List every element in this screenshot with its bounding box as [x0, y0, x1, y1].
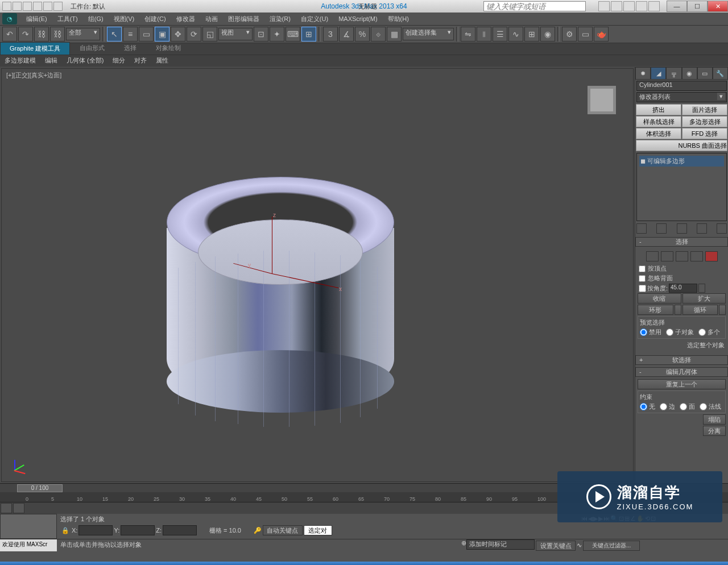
qa-redo-icon[interactable]: [43, 2, 52, 11]
render-icon[interactable]: 🫖: [594, 27, 609, 41]
menu-group[interactable]: 组(G): [84, 14, 108, 24]
ribbon-sub-edit[interactable]: 编辑: [40, 55, 62, 66]
remove-modifier-icon[interactable]: [697, 223, 707, 234]
select-object-icon[interactable]: ↖: [107, 27, 122, 41]
utilities-tab-icon[interactable]: 🔧: [713, 67, 728, 80]
qa-more-icon[interactable]: [53, 2, 63, 11]
mini-listener[interactable]: [0, 514, 57, 539]
menu-help[interactable]: 帮助(H): [383, 14, 413, 24]
add-time-tag-label[interactable]: 添加时间标记: [466, 539, 535, 550]
make-unique-icon[interactable]: [677, 223, 687, 234]
key-filter-icon[interactable]: ∿: [577, 542, 582, 549]
schematic-view-icon[interactable]: ⊞: [524, 27, 539, 41]
add-time-tag-icon[interactable]: ⊕: [461, 539, 466, 551]
menu-modifiers[interactable]: 修改器: [172, 14, 200, 24]
snap-toggle-icon[interactable]: ⊞: [301, 27, 316, 41]
edge-level-icon[interactable]: [661, 251, 673, 261]
material-editor-icon[interactable]: ◉: [540, 27, 555, 41]
ribbon-sub-subdivision[interactable]: 细分: [108, 55, 130, 66]
create-tab-icon[interactable]: ✹: [635, 67, 651, 80]
menu-animation[interactable]: 动画: [201, 14, 222, 24]
coord-z-field[interactable]: [163, 525, 197, 535]
coord-y-field[interactable]: [121, 525, 155, 535]
track-filter-icon[interactable]: [1, 503, 12, 513]
select-scale-icon[interactable]: ◱: [202, 27, 217, 41]
ffd-select-button[interactable]: FFD 选择: [682, 128, 727, 139]
angle-snap-icon[interactable]: ∡: [339, 27, 354, 41]
element-level-icon[interactable]: [705, 251, 718, 261]
grow-button[interactable]: 扩大: [682, 293, 726, 304]
spinner-snap-icon[interactable]: ⟐: [371, 27, 386, 41]
nurbs-select-button[interactable]: NURBS 曲面选择: [636, 140, 727, 151]
ribbon-tab-selection[interactable]: 选择: [114, 41, 146, 55]
maximize-button[interactable]: ☐: [687, 1, 708, 12]
subscription-icon[interactable]: [611, 1, 622, 11]
ribbon-sub-geometry[interactable]: 几何体 (全部): [62, 55, 108, 66]
angle-spinner[interactable]: 45.0: [669, 284, 697, 293]
percent-snap-icon[interactable]: %: [355, 27, 370, 41]
shrink-button[interactable]: 收缩: [638, 293, 681, 304]
ribbon-tab-graphite[interactable]: Graphite 建模工具: [0, 42, 70, 55]
collapse-button[interactable]: 塌陷: [703, 414, 726, 425]
ribbon-sub-align[interactable]: 对齐: [130, 55, 151, 66]
pin-stack-icon[interactable]: [636, 223, 647, 234]
by-vertex-checkbox[interactable]: [639, 265, 646, 272]
poly-select-button[interactable]: 多边形选择: [682, 116, 727, 127]
ignore-backfacing-checkbox[interactable]: [639, 275, 646, 282]
select-rotate-icon[interactable]: ⟳: [187, 27, 201, 41]
keyboard-shortcut-icon[interactable]: ⌨: [286, 27, 300, 41]
preview-subobj-radio[interactable]: [666, 329, 673, 336]
menu-rendering[interactable]: 渲染(R): [265, 14, 295, 24]
align-icon[interactable]: ⫴: [477, 27, 491, 41]
cylinder-object[interactable]: [161, 177, 400, 410]
mirror-icon[interactable]: ⇋: [461, 27, 475, 41]
ring-spin-icon[interactable]: [675, 305, 681, 315]
close-button[interactable]: ✕: [708, 1, 728, 12]
constraint-edge-radio[interactable]: [660, 403, 667, 410]
unlink-icon[interactable]: ⛓: [50, 27, 65, 41]
selection-rollout-header[interactable]: - 选择: [635, 237, 728, 247]
key-filters-button[interactable]: 关键点过滤器...: [583, 541, 640, 551]
key-icon[interactable]: 🔑: [254, 527, 262, 534]
menu-graph-editors[interactable]: 图形编辑器: [224, 14, 264, 24]
vertex-level-icon[interactable]: [646, 251, 659, 261]
minimize-button[interactable]: —: [667, 1, 687, 12]
ribbon-tab-freeform[interactable]: 自由形式: [70, 41, 114, 55]
render-frame-icon[interactable]: ▭: [578, 27, 593, 41]
set-key-button[interactable]: 设置关键点: [536, 541, 576, 551]
curve-editor-icon[interactable]: ∿: [508, 27, 523, 41]
loop-button[interactable]: 循环: [682, 305, 718, 315]
qa-undo-icon[interactable]: [33, 2, 42, 11]
manipulate-icon[interactable]: ✦: [270, 27, 284, 41]
border-level-icon[interactable]: [676, 251, 688, 261]
search-button-icon[interactable]: [598, 1, 610, 11]
favorite-icon[interactable]: [636, 1, 647, 11]
constraint-normal-radio[interactable]: [700, 403, 707, 410]
render-setup-icon[interactable]: ⚙: [562, 27, 577, 41]
display-tab-icon[interactable]: ▭: [697, 67, 713, 80]
time-slider-handle[interactable]: 0 / 100: [17, 484, 63, 492]
menu-views[interactable]: 视图(V): [109, 14, 139, 24]
select-move-icon[interactable]: ✥: [171, 27, 185, 41]
rect-region-icon[interactable]: ▭: [139, 27, 154, 41]
menu-create[interactable]: 创建(C): [140, 14, 170, 24]
ribbon-tab-object-paint[interactable]: 对象绘制: [146, 41, 191, 55]
ref-coord-dropdown[interactable]: 视图: [218, 28, 253, 40]
object-name-field[interactable]: Cylinder001: [636, 81, 727, 91]
extrude-button[interactable]: 挤出: [636, 104, 681, 115]
constraint-face-radio[interactable]: [680, 403, 687, 410]
modifier-list-dropdown[interactable]: 修改器列表: [636, 92, 727, 102]
motion-tab-icon[interactable]: ◉: [682, 67, 697, 80]
qa-new-icon[interactable]: [2, 2, 11, 11]
sel-lock-icon[interactable]: 🔒: [61, 527, 69, 534]
app-menu-icon[interactable]: ◔: [2, 13, 17, 24]
viewport-label[interactable]: [+][正交][真实+边面]: [6, 71, 61, 80]
configure-sets-icon[interactable]: [717, 223, 727, 234]
menu-customize[interactable]: 自定义(U): [296, 14, 333, 24]
preview-off-radio[interactable]: [640, 329, 647, 336]
ring-button[interactable]: 环形: [638, 305, 673, 315]
qa-open-icon[interactable]: [13, 2, 22, 11]
menu-tools[interactable]: 工具(T): [53, 14, 82, 24]
loop-spin-icon[interactable]: [719, 305, 726, 315]
menu-edit[interactable]: 编辑(E): [22, 14, 52, 24]
